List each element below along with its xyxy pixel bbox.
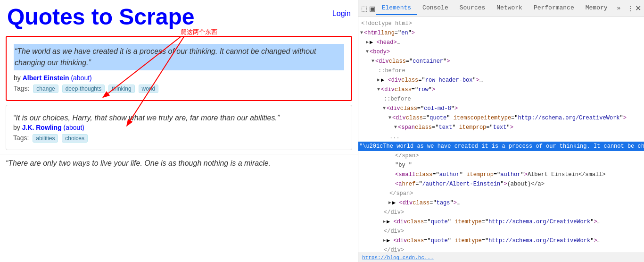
attr-value: text xyxy=(438,123,452,132)
tag-abilities[interactable]: abilities xyxy=(33,134,58,143)
inspect-icon-btn[interactable]: ⬚ xyxy=(360,2,368,15)
attr-name: itemscope xyxy=(454,114,484,122)
tag-choices[interactable]: choices xyxy=(62,134,88,143)
tree-line-23[interactable]: ▶ <div class="quote" itemtype="http://sc… xyxy=(358,236,644,245)
attr-name: class xyxy=(415,170,432,179)
triangle-open[interactable] xyxy=(360,29,363,37)
triangle-closed[interactable] xyxy=(383,218,386,226)
tag-name: <div xyxy=(393,218,407,226)
elements-tree[interactable]: <!doctype html><html lang="en">▶ <head>…… xyxy=(358,17,644,253)
tag-name: <body xyxy=(370,48,387,56)
bottom-url[interactable]: https://blog.csdn.hc... xyxy=(362,255,434,261)
three-dots-btn[interactable]: ⋮ xyxy=(626,2,634,15)
triangle-open[interactable] xyxy=(388,114,391,122)
tag-name: <div xyxy=(392,114,406,122)
tag-thinking[interactable]: thinking xyxy=(108,85,134,93)
tag-name: <a xyxy=(395,180,402,188)
quote-author-1[interactable]: Albert Einstein xyxy=(23,74,69,82)
tag-world[interactable]: world xyxy=(139,85,159,93)
tag-change[interactable]: change xyxy=(33,85,58,93)
tree-line-21[interactable]: ▶ <div class="quote" itemtype="http://sc… xyxy=(358,217,644,227)
tree-line-14[interactable]: </span> xyxy=(358,151,644,161)
triangle-open[interactable] xyxy=(377,85,380,94)
attr-name: class xyxy=(407,218,424,226)
quote-author-2[interactable]: J.K. Rowling xyxy=(22,124,62,131)
tree-line-18[interactable]: </span> xyxy=(358,189,644,198)
site-title: Quotes to Scrape xyxy=(7,5,194,30)
tag-close-bracket: > xyxy=(623,114,627,122)
triangle-open[interactable] xyxy=(366,48,369,56)
triangle-open[interactable] xyxy=(372,57,374,66)
tab-console[interactable]: Console xyxy=(417,1,454,15)
triangle-open[interactable] xyxy=(394,123,397,132)
collapsed-dots: … xyxy=(597,237,601,245)
quote-card-1: “The world as we have created it is a pr… xyxy=(6,36,352,101)
tree-line-17[interactable]: <a href="/author/Albert-Einstein">(about… xyxy=(358,179,644,189)
attr-value: quote xyxy=(431,218,448,226)
tree-line-22[interactable]: </div> xyxy=(358,227,644,236)
comment-node: ::before xyxy=(384,95,411,103)
login-link[interactable]: Login xyxy=(332,9,351,18)
tag-name: <div xyxy=(388,76,401,85)
quote-text-1: “The world as we have created it is a pr… xyxy=(14,44,344,70)
tag-close-bracket: > xyxy=(412,29,415,37)
tag-close-bracket: > xyxy=(454,104,458,113)
tag-name: <div xyxy=(387,104,400,113)
attr-name: class xyxy=(415,123,432,132)
tree-line-13[interactable]: "\u201cThe world as we have created it i… xyxy=(358,142,644,151)
more-tabs-btn[interactable]: » xyxy=(613,2,625,15)
attr-name: itemtype xyxy=(484,114,511,122)
tree-line-4[interactable]: <div class="container"> xyxy=(358,57,644,66)
attr-value: row xyxy=(418,85,429,94)
text-node: "by " xyxy=(395,161,412,169)
attr-value: quote xyxy=(431,237,448,245)
quote-tags-1: Tags: change deep-thoughts thinking worl… xyxy=(14,85,344,93)
inner-text: Albert Einstein</small> xyxy=(528,170,606,179)
device-icon-btn[interactable]: ▣ xyxy=(368,2,376,15)
left-panel: Quotes to Scrape Login “The world as we … xyxy=(0,0,358,262)
tree-line-1[interactable]: <html lang="en"> xyxy=(358,28,644,38)
tag-deep-thoughts[interactable]: deep-thoughts xyxy=(62,85,105,93)
tab-network[interactable]: Network xyxy=(491,1,528,15)
triangle-closed[interactable] xyxy=(383,237,386,245)
tree-line-3[interactable]: <body> xyxy=(358,47,644,57)
tree-line-9[interactable]: <div class="col-md-8"> xyxy=(358,104,644,113)
tab-elements[interactable]: Elements xyxy=(376,1,417,15)
tree-line-2[interactable]: ▶ <head>… xyxy=(358,38,644,47)
quote-about-1[interactable]: (about) xyxy=(71,74,91,82)
tag-close-bracket: > xyxy=(387,48,390,56)
tree-line-15[interactable]: "by " xyxy=(358,161,644,170)
tag-close-bracket: > xyxy=(432,85,435,94)
tree-line-11[interactable]: <span class="text" itemprop="text"> xyxy=(358,123,644,132)
triangle-closed[interactable] xyxy=(388,199,391,207)
quote-partial-3: “There are only two ways to live your li… xyxy=(0,154,358,172)
tree-line-10[interactable]: <div class="quote" itemscope itemtype="h… xyxy=(358,113,644,123)
attr-value: quote xyxy=(429,114,446,122)
tag-close: > xyxy=(594,237,597,245)
comment-node: <!doctype html> xyxy=(361,19,412,28)
triangle-closed[interactable] xyxy=(366,38,369,47)
attr-value: /author/Albert-Einstein xyxy=(422,180,501,188)
tree-line-19[interactable]: ▶ <div class="tags">… xyxy=(358,198,644,208)
triangle-open[interactable] xyxy=(383,104,386,113)
tree-line-8[interactable]: ::before xyxy=(358,94,644,104)
tree-line-12[interactable]: ... xyxy=(358,132,644,142)
tree-line-24[interactable]: </div> xyxy=(358,245,644,253)
tree-line-6[interactable]: ▶ <div class="row header-box">… xyxy=(358,76,644,85)
attr-name: lang xyxy=(381,29,395,37)
tab-performance[interactable]: Performance xyxy=(528,1,580,15)
devtools-close-btn[interactable]: ✕ xyxy=(634,2,642,15)
tab-sources[interactable]: Sources xyxy=(454,1,491,15)
tree-line-20[interactable]: </div> xyxy=(358,208,644,217)
quote-about-2[interactable]: (about) xyxy=(64,124,84,131)
tree-line-0[interactable]: <!doctype html> xyxy=(358,19,644,28)
tab-memory[interactable]: Memory xyxy=(580,1,613,15)
attr-value: http://schema.org/CreativeWork xyxy=(488,237,590,245)
triangle-closed[interactable] xyxy=(377,76,380,85)
tree-line-5[interactable]: ::before xyxy=(358,66,644,76)
tree-line-16[interactable]: <small class="author" itemprop="author">… xyxy=(358,170,644,179)
tag-name: <div xyxy=(381,85,395,94)
quote-by-2: by J.K. Rowling (about) xyxy=(13,124,345,131)
tree-line-7[interactable]: <div class="row"> xyxy=(358,85,644,94)
tag-close-bracket: > xyxy=(510,123,513,132)
